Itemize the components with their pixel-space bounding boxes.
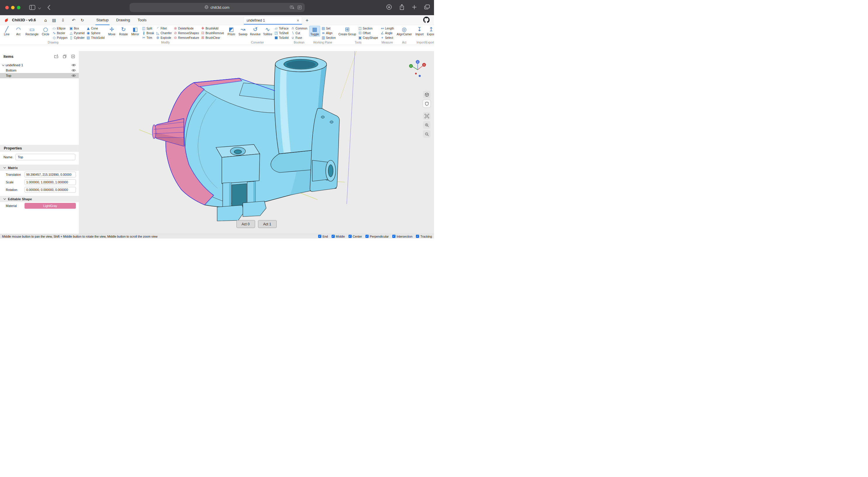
tab-tools[interactable]: Tools — [134, 15, 150, 25]
chevron-down-icon[interactable] — [2, 63, 4, 66]
eye-icon[interactable] — [71, 64, 76, 66]
ribbon-button-box[interactable]: ▣Box — [69, 26, 85, 31]
ribbon-button-set[interactable]: ▤Set — [321, 26, 336, 31]
ribbon-button-ellipse[interactable]: ○Ellipse — [52, 26, 68, 31]
ribbon-button-angle[interactable]: ∠Angle — [380, 31, 395, 35]
model-boss-front[interactable] — [222, 154, 260, 184]
ribbon-button-brushadd[interactable]: ✚BrushAdd — [200, 26, 224, 31]
ribbon-button-fillet[interactable]: ◜Fillet — [155, 26, 172, 31]
ribbon-button-polygon[interactable]: ◇Polygon — [52, 36, 68, 40]
share-icon[interactable] — [399, 4, 405, 11]
ribbon-button-length[interactable]: ↔Length — [380, 26, 395, 31]
translate-icon[interactable] — [290, 5, 294, 10]
ribbon-button-toface[interactable]: ▱ToFace — [274, 26, 289, 31]
checkbox-perpendicular[interactable]: ✓ — [365, 235, 369, 238]
ribbon-button-import[interactable]: ↧Import — [414, 26, 425, 36]
back-icon[interactable] — [47, 5, 51, 10]
checkbox-intersection[interactable]: ✓ — [392, 235, 396, 238]
ribbon-button-chamfer[interactable]: ◺Chamfer — [155, 31, 172, 35]
ribbon-button-move[interactable]: ✛Move — [106, 26, 117, 36]
close-button[interactable] — [5, 6, 9, 9]
ribbon-button-copyshape[interactable]: ▣CopyShape — [358, 36, 378, 40]
view-button-clip[interactable] — [423, 100, 431, 108]
ribbon-button-toggle[interactable]: ▦Toggle — [309, 26, 320, 36]
snap-perpendicular[interactable]: ✓Perpendicular — [365, 235, 389, 238]
ribbon-button-circle[interactable]: ○Circle — [40, 26, 51, 36]
ribbon-button-revolve[interactable]: ↺Revolve — [249, 26, 261, 36]
ribbon-button-common[interactable]: ∩Common — [290, 26, 308, 31]
ribbon-button-align[interactable]: ≡Align — [321, 31, 336, 35]
sidebar-icon[interactable] — [29, 5, 35, 10]
eye-icon[interactable] — [71, 74, 76, 77]
ribbon-button-toshell[interactable]: ◳ToShell — [274, 31, 289, 35]
ribbon-button-deletenode[interactable]: ⊗DeleteNode — [173, 26, 199, 31]
ribbon-button-prism[interactable]: ◩Prism — [226, 26, 237, 36]
property-input-rotation[interactable] — [25, 187, 76, 193]
ribbon-button-export[interactable]: ↥Export — [426, 26, 434, 36]
eye-icon[interactable] — [71, 69, 76, 72]
property-input-scale[interactable] — [25, 179, 76, 185]
ribbon-button-bezier[interactable]: ∿Bezier — [52, 31, 68, 35]
redo-icon[interactable]: ↻ — [81, 18, 84, 23]
act-button-act-1[interactable]: Act 1 — [258, 220, 277, 228]
ribbon-button-explode[interactable]: ⊛Explode — [155, 36, 172, 40]
ribbon-button-mirror[interactable]: ◧Mirror — [130, 26, 141, 36]
close-document-icon[interactable]: × — [297, 19, 299, 23]
copy-icon[interactable] — [62, 54, 67, 59]
ribbon-button-tosolid[interactable]: ■ToSolid — [274, 36, 289, 40]
name-input[interactable] — [16, 154, 75, 160]
ribbon-button-pyramid[interactable]: △Pyramid — [69, 31, 85, 35]
act-button-act-0[interactable]: Act 0 — [237, 220, 255, 228]
viewport-canvas[interactable]: Z Y X Act 0Act 1 — [79, 51, 434, 234]
material-button[interactable]: LightGray — [25, 203, 76, 209]
snap-center[interactable]: ✓Center — [348, 235, 362, 238]
save-icon[interactable]: ⇩ — [61, 18, 65, 23]
snap-intersection[interactable]: ✓Intersection — [392, 235, 412, 238]
snap-middle[interactable]: ✓Middle — [332, 235, 345, 238]
ribbon-button-fuse[interactable]: ∪Fuse — [290, 36, 308, 40]
document-tab[interactable]: undefined 1 × — [244, 16, 302, 25]
ribbon-button-offset[interactable]: ⊡Offset — [358, 31, 378, 35]
home-icon[interactable]: ⌂ — [44, 18, 47, 23]
view-button-zoom-in[interactable] — [423, 121, 431, 129]
ribbon-button-section[interactable]: ▥Section — [321, 36, 336, 40]
ribbon-button-rotate[interactable]: ↻Rotate — [118, 26, 129, 36]
snap-end[interactable]: ✓End — [318, 235, 328, 238]
checkbox-middle[interactable]: ✓ — [332, 235, 335, 238]
new-document-button[interactable]: + — [306, 17, 309, 24]
ribbon-button-sweep[interactable]: ↝Sweep — [238, 26, 249, 36]
view-button-zoom-out[interactable] — [423, 130, 431, 138]
snap-tracking[interactable]: ✓Tracking — [416, 235, 432, 238]
ribbon-button-removeshapes[interactable]: ⊘RemoveShapes — [173, 31, 199, 35]
ribbon-button-line[interactable]: ╱Line — [1, 26, 12, 36]
ribbon-button-aligncamer[interactable]: ◎AlignCamer — [396, 26, 413, 36]
downloads-icon[interactable] — [386, 4, 392, 11]
chevron-down-icon[interactable] — [38, 6, 41, 9]
checkbox-center[interactable]: ✓ — [348, 235, 352, 238]
3d-model-canvas[interactable] — [79, 51, 434, 234]
tab-drawing[interactable]: Drawing — [112, 15, 134, 25]
tree-item-top[interactable]: Top — [0, 73, 79, 78]
github-icon[interactable] — [423, 17, 430, 23]
section-header-matrix[interactable]: Matrix — [0, 165, 79, 171]
axis-neg-z[interactable] — [419, 75, 421, 77]
ribbon-button-cone[interactable]: ▲Cone — [86, 26, 105, 31]
reader-icon[interactable] — [298, 5, 302, 10]
ribbon-button-cut[interactable]: ∖Cut — [290, 31, 308, 35]
section-header-editable-shape[interactable]: Editable Shape — [0, 196, 79, 202]
minimize-button[interactable] — [11, 6, 14, 9]
tab-overview-icon[interactable] — [424, 4, 430, 11]
new-tab-icon[interactable] — [412, 5, 417, 11]
ribbon-button-removefeature[interactable]: ⊖RemoveFeature — [173, 36, 199, 40]
address-bar[interactable]: chili3d.com — [130, 3, 305, 12]
view-button-zoom-fit[interactable] — [423, 112, 431, 120]
ribbon-button-arc[interactable]: ◠Arc — [13, 26, 24, 36]
tree-item-bottom[interactable]: Bottom — [0, 68, 79, 73]
report-icon[interactable]: ▤ — [52, 18, 56, 23]
ribbon-button-select[interactable]: ⌖Select — [380, 36, 395, 40]
undo-icon[interactable]: ↶ — [72, 18, 75, 23]
property-input-translation[interactable] — [25, 172, 76, 178]
checkbox-tracking[interactable]: ✓ — [416, 235, 419, 238]
ribbon-button-cylinder[interactable]: ▯Cylinder — [69, 36, 85, 40]
checkbox-end[interactable]: ✓ — [318, 235, 321, 238]
